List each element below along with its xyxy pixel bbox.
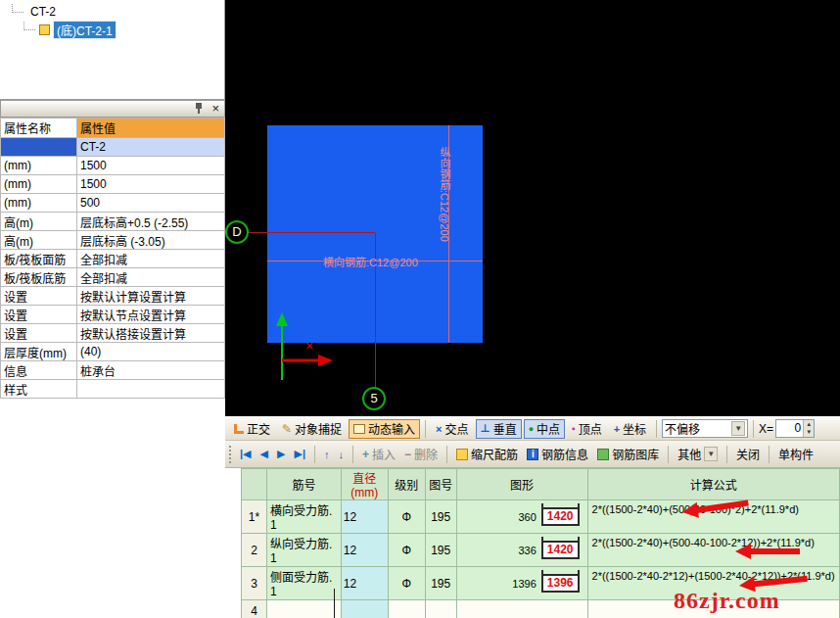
- rebar-info-button[interactable]: 钢筋信息: [524, 445, 591, 464]
- figure-cell[interactable]: 195: [425, 500, 456, 534]
- formula-cell[interactable]: 2*((1500-2*40)+(500-40-100)*2)+2*(11.9*d…: [587, 500, 839, 534]
- props-value-cell[interactable]: 按默认节点设置计算: [77, 306, 225, 324]
- bar-name-cell[interactable]: 侧面受力筋.1: [266, 567, 341, 600]
- bar-name-cell[interactable]: [266, 600, 341, 618]
- props-value-cell[interactable]: (40): [77, 343, 225, 361]
- object-snap-label: 对象捕捉: [295, 420, 342, 437]
- insert-row-button[interactable]: + 插入: [359, 445, 398, 464]
- shape-cell[interactable]: 3361420: [456, 534, 587, 567]
- close-button[interactable]: 关闭: [733, 445, 763, 464]
- stepper-arrows[interactable]: ▲▼: [803, 420, 814, 437]
- vertex-snap-button[interactable]: ▪ 顶点: [567, 419, 607, 439]
- bar-name-cell[interactable]: 纵向受力筋.1: [266, 534, 341, 567]
- figure-cell[interactable]: 195: [425, 567, 456, 600]
- props-row[interactable]: 设置按默认搭接设置计算: [1, 324, 225, 343]
- props-row[interactable]: (mm)1500: [1, 175, 225, 194]
- level-cell[interactable]: Φ: [388, 500, 425, 534]
- bar-name-cell[interactable]: 横向受力筋.1: [266, 500, 341, 534]
- figure-cell[interactable]: [425, 600, 456, 618]
- rebar-row-2[interactable]: 2 纵向受力筋.1 12 Φ 195 3361420 2*((1500-2*40…: [242, 534, 840, 567]
- diameter-cell[interactable]: 12: [341, 567, 388, 600]
- component-tree: CT-2 (底)CT-2-1: [0, 0, 225, 100]
- move-up-button[interactable]: ↑: [321, 448, 333, 461]
- props-value-cell[interactable]: 桩承台: [77, 361, 225, 380]
- tree-item-ct2[interactable]: CT-2: [12, 3, 59, 21]
- props-row[interactable]: (mm)500: [1, 194, 225, 213]
- move-down-button[interactable]: ↓: [336, 448, 348, 461]
- props-row[interactable]: 设置按默认节点设置计算: [1, 306, 225, 324]
- next-row-button[interactable]: ▶: [274, 447, 288, 461]
- intersection-snap-button[interactable]: × 交点: [431, 419, 473, 439]
- diameter-cell[interactable]: 12: [341, 500, 388, 534]
- props-row[interactable]: 信息桩承台: [1, 361, 225, 380]
- rebar-library-label: 钢筋图库: [612, 446, 659, 462]
- level-cell[interactable]: Φ: [388, 567, 425, 600]
- row-number-cell[interactable]: 1*: [242, 500, 267, 534]
- axis-bubble-5[interactable]: 5: [362, 387, 386, 410]
- props-row[interactable]: 高(m)层底标高+0.5 (-2.55): [1, 213, 225, 231]
- toolbar-grip[interactable]: [229, 446, 232, 463]
- formula-cell[interactable]: 2*((1500-2*40)+(500-40-100-2*12))+2*(11.…: [587, 534, 839, 567]
- x-coordinate-value[interactable]: 0: [776, 420, 803, 437]
- shape-cell[interactable]: [456, 600, 587, 618]
- ortho-button[interactable]: 正交: [229, 419, 275, 439]
- props-row[interactable]: 样式: [1, 380, 225, 399]
- diameter-cell[interactable]: [341, 600, 388, 618]
- scaled-rebar-button[interactable]: 缩尺配筋: [453, 445, 521, 464]
- first-row-button[interactable]: |◀: [237, 447, 255, 461]
- props-row[interactable]: 设置按默认计算设置计算: [1, 287, 225, 306]
- props-value-cell[interactable]: [77, 380, 225, 399]
- cad-canvas[interactable]: 横向钢筋:C12@200 纵向钢筋:C12@200 D 5 ×: [225, 0, 840, 416]
- tree-item-label-selected[interactable]: (底)CT-2-1: [54, 22, 116, 38]
- dynamic-input-button[interactable]: 动态输入: [349, 419, 420, 439]
- props-value-cell[interactable]: 层底标高+0.5 (-2.55): [77, 213, 225, 231]
- figure-cell[interactable]: 195: [425, 534, 456, 567]
- props-row[interactable]: CT-2: [1, 138, 225, 157]
- props-value-cell[interactable]: 1500: [77, 175, 225, 194]
- level-cell[interactable]: [388, 600, 425, 618]
- props-value-cell[interactable]: 全部扣减: [77, 250, 225, 268]
- rebar-row-1[interactable]: 1* 横向受力筋.1 12 Φ 195 3601420 2*((1500-2*4…: [242, 500, 840, 534]
- step-down-icon[interactable]: ▼: [804, 428, 814, 436]
- object-snap-button[interactable]: ✎ 对象捕捉: [277, 419, 347, 439]
- chevron-down-icon[interactable]: ▼: [731, 421, 745, 436]
- props-value-cell[interactable]: CT-2: [77, 138, 225, 157]
- diameter-cell[interactable]: 12: [341, 534, 388, 567]
- step-up-icon[interactable]: ▲: [804, 420, 814, 428]
- offset-dropdown[interactable]: 不偏移 ▼: [662, 419, 748, 438]
- x-coordinate-stepper[interactable]: 0 ▲▼: [775, 419, 815, 438]
- props-row[interactable]: 板/筏板面筋全部扣减: [1, 250, 225, 268]
- tree-item-ct2-1[interactable]: (底)CT-2-1: [23, 21, 116, 38]
- single-component-button[interactable]: 单构件: [775, 445, 817, 464]
- props-row[interactable]: 层厚度(mm)(40): [1, 343, 225, 361]
- other-menu-button[interactable]: 其他 ▼: [675, 445, 721, 464]
- props-row[interactable]: 板/筏板底筋全部扣减: [1, 268, 225, 287]
- props-row[interactable]: 高(m)层底标高 (-3.05): [1, 231, 225, 250]
- props-value-cell[interactable]: 按默认搭接设置计算: [77, 324, 225, 343]
- row-number-cell[interactable]: 2: [242, 534, 267, 567]
- props-value-cell[interactable]: 层底标高 (-3.05): [77, 231, 225, 250]
- figure-number-header: 图号: [425, 469, 456, 500]
- close-icon[interactable]: ×: [211, 103, 219, 115]
- props-value-cell[interactable]: 500: [77, 194, 225, 213]
- row-number-cell[interactable]: 4: [242, 600, 267, 618]
- props-value-cell[interactable]: 1500: [77, 157, 225, 175]
- props-value-cell[interactable]: 全部扣减: [77, 268, 225, 287]
- tree-item-label[interactable]: CT-2: [27, 5, 59, 19]
- level-cell[interactable]: Φ: [388, 534, 425, 567]
- delete-row-button[interactable]: − 删除: [401, 445, 441, 464]
- axis-bubble-d[interactable]: D: [225, 220, 249, 244]
- shape-cell[interactable]: 3601420: [456, 500, 587, 534]
- rebar-library-button[interactable]: 钢筋图库: [594, 445, 662, 464]
- coordinate-snap-button[interactable]: + 坐标: [609, 419, 651, 439]
- pin-icon[interactable]: [194, 103, 204, 115]
- perpendicular-snap-button[interactable]: ⊥ 垂直: [476, 419, 522, 439]
- last-row-button[interactable]: ▶|: [291, 447, 308, 461]
- props-value-cell[interactable]: 按默认计算设置计算: [77, 287, 225, 306]
- props-name-cell: 高(m): [1, 231, 77, 250]
- row-number-cell[interactable]: 3: [242, 567, 267, 600]
- previous-row-button[interactable]: ◀: [257, 447, 271, 461]
- props-row[interactable]: (mm)1500: [1, 157, 225, 175]
- midpoint-snap-button[interactable]: ● 中点: [524, 419, 565, 439]
- shape-cell[interactable]: 13961396: [456, 567, 587, 600]
